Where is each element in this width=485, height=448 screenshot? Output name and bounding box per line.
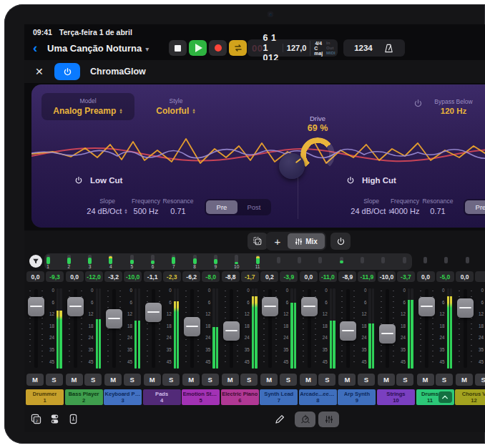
low-cut-power-icon[interactable] [74,176,83,185]
overview-slot[interactable] [318,257,322,263]
track-label[interactable]: Arp Synth9 [338,389,376,405]
fader-handle[interactable] [379,324,396,344]
solo-button[interactable]: S [124,374,141,386]
fader-handle[interactable] [184,317,200,336]
track-label[interactable]: Arcade...eet Pad8 [299,389,337,405]
track-label[interactable]: Chorus V12 [455,389,485,405]
record-button[interactable] [209,40,227,56]
track-label[interactable]: Bass Player2 [65,389,103,405]
track-label[interactable]: Pads4 [143,389,181,405]
fader-track[interactable] [112,289,116,368]
solo-button[interactable]: S [202,374,219,386]
fader-handle[interactable] [145,303,162,322]
overview-meter[interactable] [46,255,50,264]
overview-meter[interactable] [151,255,155,264]
mute-button[interactable]: M [378,374,395,386]
solo-button[interactable]: S [84,374,102,386]
overview-slot[interactable] [277,257,280,263]
peak-value[interactable]: -11,9 [358,271,376,282]
drive-knob[interactable] [279,153,305,179]
track-label[interactable]: Emotion Strings5 [182,389,220,405]
solo-button[interactable]: S [396,374,413,386]
high-cut-resonance[interactable]: Resonance 0.71 [415,198,461,215]
gain-value[interactable]: 0,2 [260,271,278,282]
channel-power-button[interactable] [330,233,351,250]
metronome-icon[interactable] [383,43,394,54]
solo-button[interactable]: S [162,374,180,386]
edit-pencil-icon[interactable] [273,413,285,425]
pre-button[interactable]: Pre [465,200,485,214]
gain-value[interactable]: 0,0 [300,271,318,282]
model-selector[interactable]: Model Analog Preamp▲▼ [41,93,134,120]
mix-button[interactable]: Mix [288,233,325,249]
track-label[interactable]: Synth Lead7 [260,389,298,405]
track-label[interactable]: Drummer1 [26,389,64,405]
track-label[interactable]: Strings10 [377,389,415,405]
gain-value[interactable]: -6,2 [182,271,200,282]
gain-value[interactable]: 0,0 [66,271,84,282]
peak-value[interactable] [475,271,485,282]
solo-button[interactable]: S [358,374,375,386]
output-power-icon[interactable] [413,98,423,111]
overview-meter[interactable] [109,255,112,264]
overview-meter[interactable] [193,255,197,264]
close-icon[interactable]: ✕ [35,66,44,77]
low-cut-resonance[interactable]: Resonance 0.71 [155,198,201,215]
overview-meter[interactable] [235,255,238,264]
play-button[interactable] [189,40,207,56]
loops-browser-icon[interactable]: ♪ [30,413,42,425]
fader-handle[interactable] [262,297,278,316]
peak-value[interactable]: -10,0 [124,271,142,282]
mixer-view-button[interactable] [318,412,339,427]
peak-value[interactable]: -8,0 [202,271,220,282]
fader-handle[interactable] [28,297,44,316]
high-cut-power-icon[interactable] [346,176,355,185]
overview-slot[interactable] [403,257,406,263]
plugin-power-button[interactable] [54,63,80,80]
browser-icon[interactable] [49,413,61,425]
peak-value[interactable]: -12,0 [85,271,103,282]
fader-handle[interactable] [106,309,122,328]
mute-button[interactable]: M [66,374,83,386]
mute-button[interactable]: M [182,374,200,386]
solo-button[interactable]: S [436,374,453,386]
back-chevron-icon[interactable]: ‹ [33,42,41,54]
overview-slot[interactable] [423,257,427,263]
solo-button[interactable]: S [240,374,258,386]
pre-button[interactable]: Pre [206,200,237,214]
fader-handle[interactable] [223,321,240,341]
overview-meter[interactable] [130,255,134,264]
peak-value[interactable]: -3,9 [280,271,298,282]
overview-slot[interactable] [340,257,343,263]
overview-meter[interactable] [214,255,217,264]
bypass-below-control[interactable]: Bypass Below 120 Hz [426,93,481,120]
overview-slot[interactable] [361,257,364,263]
overview-container[interactable] [44,253,412,270]
mute-button[interactable]: M [26,374,44,386]
gain-value[interactable]: 0,0 [417,271,435,282]
stop-button[interactable] [169,40,187,56]
mute-button[interactable]: M [456,374,473,386]
count-in-button[interactable]: 1234 [354,44,373,52]
mute-button[interactable]: M [222,374,239,386]
fader-handle[interactable] [67,297,84,316]
peak-value[interactable]: -2,3 [163,271,181,282]
peak-value[interactable]: -1,7 [241,271,259,282]
mute-button[interactable]: M [300,374,317,386]
gain-value[interactable]: -3,2 [104,271,122,282]
gain-value[interactable]: -8,9 [338,271,356,282]
fader-handle[interactable] [418,297,435,316]
controls-view-button[interactable] [295,412,315,427]
gain-value[interactable]: -10,0 [378,271,396,282]
expand-track-button[interactable] [439,391,452,403]
solo-button[interactable]: S [318,374,335,386]
fader-handle[interactable] [340,321,356,341]
solo-button[interactable]: S [46,374,63,386]
cycle-button[interactable] [229,40,247,56]
overview-slot[interactable] [298,257,301,263]
overview-meter[interactable] [67,255,71,264]
fader-handle[interactable] [301,297,318,316]
plugins-icon[interactable] [67,413,79,425]
mute-button[interactable]: M [144,374,161,386]
mute-button[interactable]: M [338,374,356,386]
